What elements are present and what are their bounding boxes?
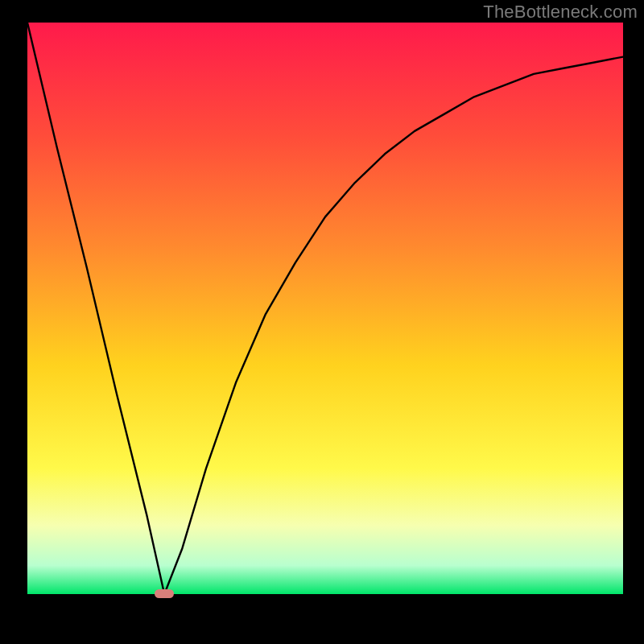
plot-area: [27, 23, 623, 594]
chart-frame: TheBottleneck.com: [0, 0, 644, 644]
gradient-background: [27, 23, 623, 594]
plot-svg: [27, 23, 623, 594]
watermark-text: TheBottleneck.com: [483, 2, 638, 23]
minima-marker: [155, 589, 174, 598]
